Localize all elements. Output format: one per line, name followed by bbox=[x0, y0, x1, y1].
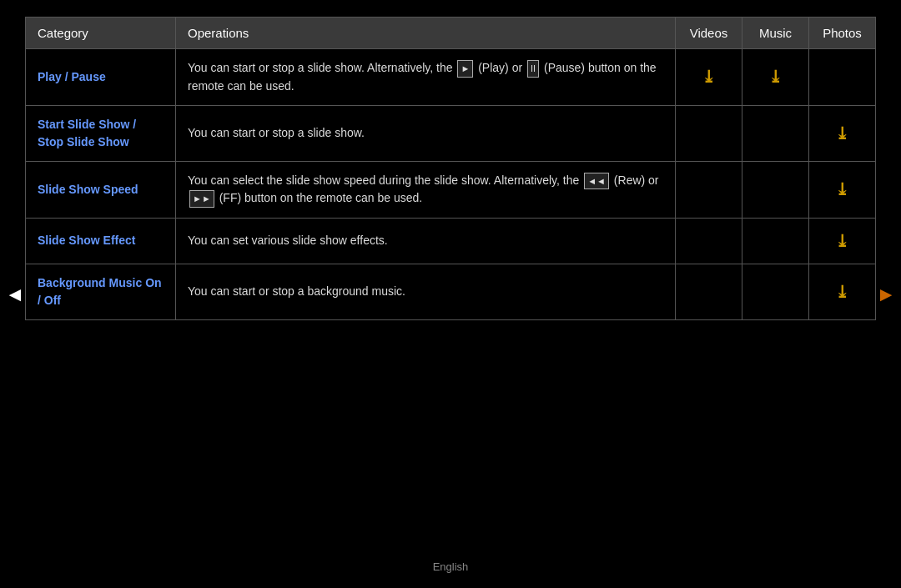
col-header-category: Category bbox=[26, 18, 176, 49]
videos-cell bbox=[676, 264, 742, 319]
music-cell bbox=[742, 105, 809, 161]
footer-language: English bbox=[433, 560, 469, 573]
music-checkmark: ⤓ bbox=[768, 68, 783, 86]
table-row: Play / PauseYou can start or stop a slid… bbox=[26, 49, 876, 106]
col-header-music: Music bbox=[742, 18, 809, 49]
operation-cell: You can start or stop a slide show. Alte… bbox=[176, 49, 676, 106]
videos-cell: ⤓ bbox=[676, 49, 742, 106]
music-cell bbox=[742, 161, 809, 218]
category-cell: Slide Show Speed bbox=[26, 161, 176, 218]
category-cell: Play / Pause bbox=[26, 49, 176, 106]
operation-cell: You can start or stop a slide show. bbox=[176, 105, 676, 161]
videos-cell bbox=[676, 161, 742, 218]
col-header-photos: Photos bbox=[809, 18, 876, 49]
operation-cell: You can select the slide show speed duri… bbox=[176, 161, 676, 218]
category-cell: Start Slide Show / Stop Slide Show bbox=[26, 105, 176, 161]
main-container: Category Operations Videos Music Photos … bbox=[25, 17, 876, 320]
table-header-row: Category Operations Videos Music Photos bbox=[26, 18, 876, 49]
col-header-operations: Operations bbox=[176, 18, 676, 49]
videos-checkmark: ⤓ bbox=[702, 68, 716, 86]
photos-checkmark: ⤓ bbox=[835, 180, 849, 199]
table-row: Background Music On / OffYou can start o… bbox=[26, 264, 876, 319]
table-row: Slide Show EffectYou can set various sli… bbox=[26, 218, 876, 264]
photos-checkmark: ⤓ bbox=[835, 124, 849, 143]
photos-cell bbox=[809, 49, 876, 106]
category-cell: Background Music On / Off bbox=[26, 264, 176, 319]
photos-cell: ⤓ bbox=[809, 161, 876, 218]
operation-cell: You can start or stop a background music… bbox=[176, 264, 676, 319]
music-cell bbox=[742, 218, 809, 264]
photos-checkmark: ⤓ bbox=[835, 232, 849, 250]
photos-cell: ⤓ bbox=[809, 105, 876, 161]
table-row: Start Slide Show / Stop Slide ShowYou ca… bbox=[26, 105, 876, 161]
operations-table: Category Operations Videos Music Photos … bbox=[25, 17, 876, 320]
table-row: Slide Show SpeedYou can select the slide… bbox=[26, 161, 876, 218]
operation-cell: You can set various slide show effects. bbox=[176, 218, 676, 264]
photos-cell: ⤓ bbox=[809, 218, 876, 264]
music-cell bbox=[742, 264, 809, 319]
videos-cell bbox=[676, 218, 742, 264]
videos-cell bbox=[676, 105, 742, 161]
col-header-videos: Videos bbox=[676, 18, 742, 49]
photos-checkmark: ⤓ bbox=[835, 283, 849, 301]
photos-cell: ⤓ bbox=[809, 264, 876, 319]
music-cell: ⤓ bbox=[742, 49, 809, 106]
category-cell: Slide Show Effect bbox=[26, 218, 176, 264]
nav-arrow-right[interactable]: ► bbox=[876, 283, 896, 306]
nav-arrow-left[interactable]: ◄ bbox=[5, 283, 25, 306]
